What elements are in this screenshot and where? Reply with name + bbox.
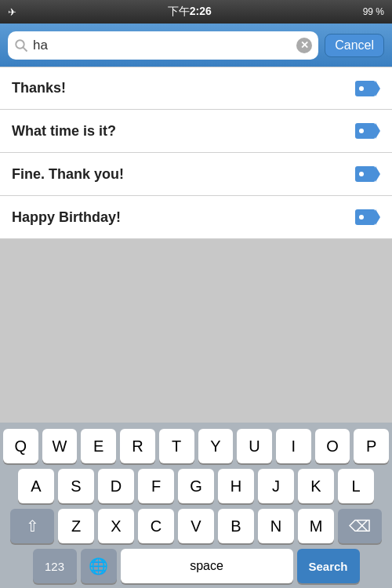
- svg-rect-5: [355, 123, 376, 139]
- result-item[interactable]: Thanks!: [0, 67, 392, 110]
- search-key[interactable]: Search: [297, 549, 360, 583]
- key-c[interactable]: C: [138, 509, 174, 543]
- results-list: Thanks! What time is it? Fine. Thank you…: [0, 67, 392, 239]
- space-key[interactable]: space: [121, 549, 293, 583]
- key-h[interactable]: H: [218, 469, 254, 503]
- key-v[interactable]: V: [178, 509, 214, 543]
- key-z[interactable]: Z: [58, 509, 94, 543]
- svg-marker-9: [376, 166, 380, 182]
- key-g[interactable]: G: [178, 469, 214, 503]
- key-u[interactable]: U: [237, 429, 272, 463]
- key-i[interactable]: I: [276, 429, 311, 463]
- key-s[interactable]: S: [58, 469, 94, 503]
- globe-key[interactable]: 🌐: [81, 549, 117, 583]
- shift-key[interactable]: ⇧: [10, 509, 54, 543]
- keyboard-bottom-row: 123 🌐 space Search: [3, 549, 389, 583]
- clear-button[interactable]: ✕: [296, 38, 312, 53]
- result-label: Happy Birthday!: [12, 209, 121, 226]
- svg-marker-3: [376, 81, 380, 96]
- svg-point-10: [359, 172, 364, 176]
- key-e[interactable]: E: [81, 429, 116, 463]
- result-label: Thanks!: [12, 80, 66, 96]
- status-bar: ✈ 下午2:26 99 %: [0, 0, 392, 24]
- key-y[interactable]: Y: [198, 429, 234, 463]
- airplane-icon: ✈: [8, 6, 16, 18]
- keyboard-row-1: QWERTYUIOP: [3, 429, 389, 463]
- key-a[interactable]: A: [18, 469, 54, 503]
- key-x[interactable]: X: [98, 509, 134, 543]
- key-j[interactable]: J: [258, 469, 294, 503]
- keyboard: QWERTYUIOP ASDFGHJKL ⇧ZXCVBNM⌫ 123 🌐 spa…: [0, 423, 392, 588]
- key-p[interactable]: P: [354, 429, 389, 463]
- status-time: 下午2:26: [168, 5, 212, 19]
- search-bar: ✕ Cancel: [0, 24, 392, 67]
- time-prefix: 下午: [168, 5, 190, 17]
- tag-icon: [355, 165, 380, 183]
- svg-marker-6: [376, 123, 380, 139]
- search-input-container: ✕: [8, 31, 318, 60]
- time-value: 2:26: [190, 5, 212, 17]
- key-o[interactable]: O: [315, 429, 350, 463]
- backspace-key[interactable]: ⌫: [338, 509, 382, 543]
- tag-icon: [355, 80, 380, 97]
- key-k[interactable]: K: [298, 469, 334, 503]
- battery-label: 99 %: [363, 6, 384, 17]
- keyboard-row-2: ASDFGHJKL: [3, 469, 389, 503]
- tag-icon: [355, 209, 380, 226]
- numbers-key[interactable]: 123: [33, 549, 77, 583]
- svg-rect-2: [355, 81, 376, 96]
- svg-rect-11: [355, 209, 376, 225]
- svg-point-7: [359, 129, 364, 133]
- status-left: ✈: [8, 6, 16, 18]
- result-item[interactable]: What time is it?: [0, 110, 392, 153]
- svg-point-4: [359, 86, 364, 91]
- search-input[interactable]: [33, 38, 292, 53]
- keyboard-row-3: ⇧ZXCVBNM⌫: [3, 509, 389, 543]
- svg-point-0: [16, 40, 24, 49]
- search-icon: [14, 38, 28, 53]
- result-item[interactable]: Happy Birthday!: [0, 196, 392, 239]
- svg-rect-8: [355, 166, 376, 182]
- key-l[interactable]: L: [338, 469, 374, 503]
- result-label: What time is it?: [12, 123, 116, 140]
- cancel-button[interactable]: Cancel: [325, 34, 384, 57]
- key-t[interactable]: T: [159, 429, 194, 463]
- svg-point-13: [359, 215, 364, 220]
- key-w[interactable]: W: [42, 429, 78, 463]
- status-right: 99 %: [363, 6, 384, 17]
- tag-icon: [355, 122, 380, 140]
- svg-marker-12: [376, 209, 380, 225]
- key-m[interactable]: M: [298, 509, 334, 543]
- key-b[interactable]: B: [218, 509, 254, 543]
- key-r[interactable]: R: [120, 429, 155, 463]
- svg-line-1: [24, 47, 27, 51]
- key-n[interactable]: N: [258, 509, 294, 543]
- result-label: Fine. Thank you!: [12, 166, 124, 183]
- result-item[interactable]: Fine. Thank you!: [0, 153, 392, 196]
- key-d[interactable]: D: [98, 469, 134, 503]
- key-f[interactable]: F: [138, 469, 174, 503]
- key-q[interactable]: Q: [3, 429, 38, 463]
